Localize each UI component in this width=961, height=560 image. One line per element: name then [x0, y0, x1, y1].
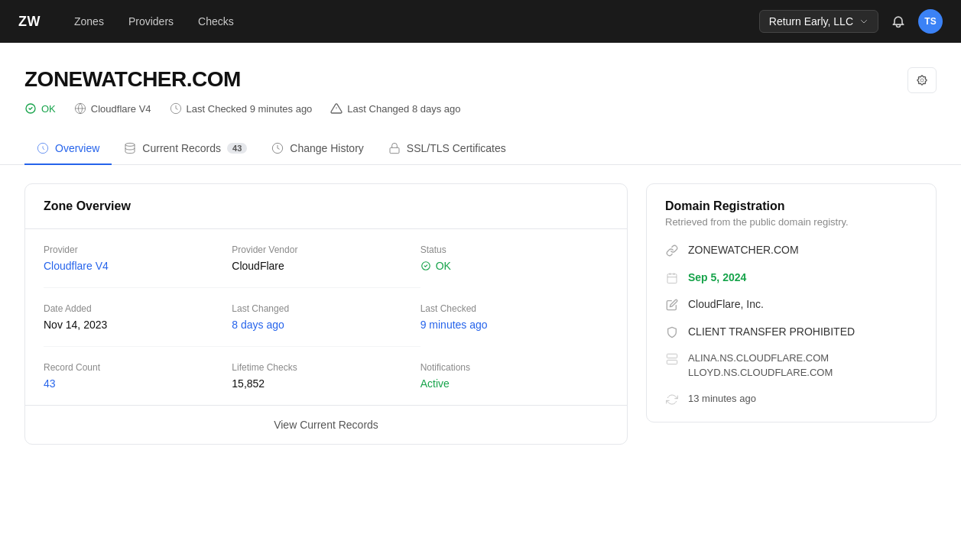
meta-last-changed: Last Changed 8 days ago — [330, 102, 460, 115]
chevron-down-icon — [859, 17, 868, 26]
last-checked-label: Last Checked — [420, 303, 609, 314]
refresh-icon — [665, 393, 679, 406]
svg-rect-9 — [390, 147, 399, 153]
records-icon — [124, 142, 136, 154]
calendar-icon — [665, 271, 679, 285]
last-updated-text: 13 minutes ago — [688, 392, 756, 406]
shield-icon — [665, 325, 679, 339]
provider-field: Provider Cloudflare V4 — [44, 229, 232, 288]
records-badge: 43 — [227, 143, 247, 154]
registrar-item: CloudFlare, Inc. — [665, 297, 917, 312]
zone-grid-row3: Record Count 43 Lifetime Checks 15,852 N… — [44, 347, 609, 405]
lock-icon — [388, 142, 401, 154]
page-container: ZONEWATCHER.COM OK Cloudflare V4 Last Ch… — [0, 43, 961, 115]
lifetime-checks-label: Lifetime Checks — [232, 362, 420, 373]
zone-card-body: Provider Cloudflare V4 Provider Vendor C… — [25, 229, 627, 405]
date-added-field: Date Added Nov 14, 2023 — [44, 288, 232, 347]
nav-checks[interactable]: Checks — [189, 9, 243, 34]
tab-overview[interactable]: Overview — [24, 133, 112, 165]
zone-grid-row1: Provider Cloudflare V4 Provider Vendor C… — [44, 229, 609, 288]
tab-overview-label: Overview — [55, 142, 99, 154]
brand-logo[interactable]: ZW — [18, 14, 41, 30]
settings-button[interactable] — [907, 67, 937, 93]
notifications-value: Active — [420, 377, 609, 390]
navbar: ZW Zones Providers Checks Return Early, … — [0, 0, 961, 43]
overview-icon — [37, 142, 49, 154]
meta-last-checked: Last Checked 9 minutes ago — [170, 102, 313, 115]
last-changed-label: Last Changed — [232, 303, 420, 314]
status-check-icon — [420, 261, 431, 271]
link-icon — [665, 244, 679, 257]
date-added-value: Nov 14, 2023 — [44, 319, 232, 331]
zone-overview-card: Zone Overview Provider Cloudflare V4 Pro… — [24, 183, 628, 445]
registration-date-item: Sep 5, 2024 — [665, 270, 917, 286]
last-checked-value[interactable]: 9 minutes ago — [420, 319, 609, 331]
record-count-value[interactable]: 43 — [44, 377, 232, 390]
nav-zones[interactable]: Zones — [65, 9, 113, 34]
tabs-bar: Overview Current Records 43 Change Histo… — [0, 133, 961, 165]
tab-current-records[interactable]: Current Records 43 — [112, 133, 259, 165]
history-icon — [271, 142, 284, 154]
zone-card-footer: View Current Records — [25, 405, 627, 444]
provider-label: Cloudflare V4 — [91, 103, 151, 115]
svg-point-7 — [125, 143, 135, 146]
svg-rect-14 — [667, 354, 677, 358]
record-count-field: Record Count 43 — [44, 347, 232, 405]
domain-card-subtitle: Retrieved from the public domain registr… — [665, 216, 917, 228]
status-field: Status OK — [420, 229, 609, 288]
nameservers-text: ALINA.NS.CLOUDFLARE.COM LLOYD.NS.CLOUDFL… — [688, 351, 833, 379]
status-value: OK — [41, 103, 56, 115]
lifetime-checks-field: Lifetime Checks 15,852 — [232, 347, 420, 405]
meta-status: OK — [24, 102, 56, 115]
last-changed-field: Last Changed 8 days ago — [232, 288, 420, 347]
svg-point-0 — [920, 79, 924, 82]
nav-providers[interactable]: Providers — [119, 9, 183, 34]
provider-field-label: Provider — [44, 244, 232, 255]
tab-change-history[interactable]: Change History — [259, 133, 376, 165]
transfer-status-item: CLIENT TRANSFER PROHIBITED — [665, 325, 917, 340]
provider-vendor-value: CloudFlare — [232, 260, 420, 272]
page-meta: OK Cloudflare V4 Last Checked 9 minutes … — [24, 102, 937, 115]
tab-ssl-tls-label: SSL/TLS Certificates — [407, 142, 506, 154]
provider-vendor-label: Provider Vendor — [232, 244, 420, 255]
domain-info-list: ZONEWATCHER.COM Sep 5, 2024 CloudFlare, … — [665, 243, 917, 406]
zone-card-title: Zone Overview — [25, 184, 627, 229]
tab-current-records-label: Current Records — [142, 142, 221, 154]
alert-triangle-icon — [330, 102, 343, 115]
gear-icon — [916, 74, 928, 86]
server-icon — [665, 352, 679, 366]
last-changed-value[interactable]: 8 days ago — [232, 319, 420, 331]
nameservers-item: ALINA.NS.CLOUDFLARE.COM LLOYD.NS.CLOUDFL… — [665, 351, 917, 379]
record-count-label: Record Count — [44, 362, 232, 373]
view-records-button[interactable]: View Current Records — [274, 419, 378, 431]
page-header: ZONEWATCHER.COM — [24, 67, 937, 93]
domain-registration-card: Domain Registration Retrieved from the p… — [646, 183, 937, 422]
user-avatar[interactable]: TS — [918, 9, 943, 34]
org-selector[interactable]: Return Early, LLC — [759, 10, 878, 33]
lifetime-checks-value: 15,852 — [232, 377, 420, 390]
edit-icon — [665, 298, 679, 312]
page-title: ZONEWATCHER.COM — [24, 67, 241, 92]
org-name: Return Early, LLC — [769, 15, 853, 28]
provider-vendor-field: Provider Vendor CloudFlare — [232, 229, 420, 288]
clock-icon — [170, 102, 182, 115]
svg-rect-10 — [667, 274, 677, 283]
zone-grid-row2: Date Added Nov 14, 2023 Last Changed 8 d… — [44, 288, 609, 347]
content-area: Zone Overview Provider Cloudflare V4 Pro… — [0, 165, 961, 469]
notifications-label: Notifications — [420, 362, 609, 373]
last-changed-label: Last Changed 8 days ago — [347, 103, 460, 115]
date-added-label: Date Added — [44, 303, 232, 314]
tab-change-history-label: Change History — [290, 142, 364, 154]
nav-links: Zones Providers Checks — [65, 9, 735, 34]
domain-name-text: ZONEWATCHER.COM — [688, 243, 799, 258]
registration-date-text: Sep 5, 2024 — [688, 270, 746, 286]
notification-bell-icon[interactable] — [891, 14, 906, 29]
last-checked-label: Last Checked 9 minutes ago — [187, 103, 313, 115]
notifications-field: Notifications Active — [420, 347, 609, 405]
provider-field-value[interactable]: Cloudflare V4 — [44, 260, 232, 272]
domain-name-item: ZONEWATCHER.COM — [665, 243, 917, 258]
svg-rect-15 — [667, 361, 677, 364]
last-checked-field: Last Checked 9 minutes ago — [420, 288, 609, 347]
tab-ssl-tls[interactable]: SSL/TLS Certificates — [376, 133, 518, 165]
registrar-text: CloudFlare, Inc. — [688, 297, 764, 312]
